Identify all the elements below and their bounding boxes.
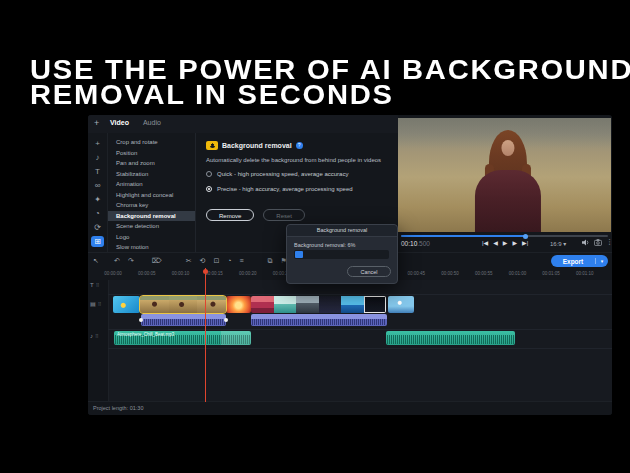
ruler-timestamp: 00:00:50 <box>441 271 459 276</box>
background-removal-icon <box>206 141 218 150</box>
clip-thumbnail <box>296 296 319 313</box>
clip-speed-icon[interactable]: ◔ <box>227 256 231 266</box>
clip-thumbnail <box>319 296 342 313</box>
video-clip-selected[interactable] <box>140 296 226 313</box>
radio-icon[interactable] <box>206 171 212 177</box>
next-clip-button[interactable]: ▶| <box>522 239 528 246</box>
clip-thumbnail <box>341 296 364 313</box>
step-back-button[interactable]: ◀ <box>493 239 498 246</box>
woman-coat <box>474 170 540 232</box>
copy-icon[interactable]: ⧉ <box>268 256 273 266</box>
seek-bar[interactable] <box>401 235 608 237</box>
clip-thumbnail <box>140 296 169 313</box>
audio-icon[interactable]: ♪ <box>91 152 104 163</box>
track-header-titles[interactable]: T⠿ <box>90 282 99 288</box>
cancel-button[interactable]: Cancel <box>347 266 391 277</box>
sidebar-item-animation[interactable]: Animation <box>108 179 195 190</box>
waveform <box>252 319 386 325</box>
undo-icon[interactable]: ↶ <box>114 256 120 266</box>
sidebar-item-scene-detection[interactable]: Scene detection <box>108 221 195 232</box>
aspect-ratio-select[interactable]: 16:9 ▾ <box>550 240 566 247</box>
radio-option[interactable]: Quick - high processing speed, average a… <box>206 171 353 177</box>
track-drag-handle-icon[interactable]: ⠿ <box>96 282 100 288</box>
more-options-icon[interactable]: ⋮ <box>606 238 612 246</box>
panel-title: Background removal <box>222 142 292 149</box>
redo-icon[interactable]: ↷ <box>128 256 134 266</box>
volume-icon[interactable] <box>582 239 590 246</box>
seek-handle[interactable] <box>523 234 528 239</box>
dialog-title[interactable]: Background removal <box>287 225 397 237</box>
radio-label: Precise - high accuracy, average process… <box>217 186 353 192</box>
clip-thumbnail <box>251 296 274 313</box>
track-drag-handle-icon[interactable]: ⠿ <box>95 333 99 339</box>
properties-icon[interactable]: ≡ <box>240 256 244 266</box>
speed-icon[interactable]: ◔ <box>91 208 104 219</box>
export-button[interactable]: Export ▾ <box>551 255 608 267</box>
radio-icon[interactable] <box>206 186 212 192</box>
titles-icon[interactable]: T <box>91 166 104 177</box>
crop-icon[interactable]: ⊡ <box>213 256 219 266</box>
add-panel-icon[interactable]: + <box>94 118 99 128</box>
reset-button[interactable]: Reset <box>263 209 305 221</box>
tool-strip: +♪T∞✦◔⟳⊞ <box>88 133 108 255</box>
sidebar-item-background-removal[interactable]: Background removal <box>108 211 195 222</box>
ruler-timestamp: 00:00:55 <box>475 271 493 276</box>
panel-header: Background removal ? <box>206 141 303 150</box>
trim-handle-right[interactable] <box>224 318 228 322</box>
step-forward-button[interactable]: ▶ <box>512 239 517 246</box>
sidebar-item-position[interactable]: Position <box>108 148 195 159</box>
sidebar-item-slow-motion[interactable]: Slow motion <box>108 242 195 253</box>
more-tools-icon[interactable]: ⟳ <box>91 222 104 233</box>
play-button[interactable]: ▶ <box>503 239 508 246</box>
trim-handle-left[interactable] <box>139 318 143 322</box>
transitions-icon[interactable]: ∞ <box>91 180 104 191</box>
stage: USE THE POWER OF AI BACKGROUNDREMOVAL IN… <box>0 0 630 473</box>
background-removal-dialog: Background removal Background removal: 6… <box>286 224 398 284</box>
sidebar-item-pan-and-zoom[interactable]: Pan and zoom <box>108 158 195 169</box>
remove-button[interactable]: Remove <box>206 209 254 221</box>
track-header-audio[interactable]: ♪⠿ <box>90 333 99 339</box>
split-scissors-icon[interactable]: ✂ <box>186 256 192 266</box>
linked-audio-strip[interactable] <box>141 314 226 326</box>
delete-icon[interactable]: ⌦ <box>152 256 162 266</box>
track-drag-handle-icon[interactable]: ⠿ <box>98 301 102 307</box>
waveform <box>142 319 225 325</box>
sidebar-item-chroma-key[interactable]: Chroma key <box>108 200 195 211</box>
audio-clip[interactable] <box>386 331 515 345</box>
playhead[interactable] <box>205 268 206 402</box>
audio-clip[interactable]: Atmosphere_Chill_Beat.mp3 <box>114 331 251 345</box>
track-type-icon: ▤ <box>90 300 96 307</box>
linked-audio-strip[interactable] <box>251 314 387 326</box>
video-clip[interactable] <box>113 296 140 313</box>
video-clip[interactable] <box>226 296 251 313</box>
tab-audio[interactable]: Audio <box>143 119 161 126</box>
ruler-timestamp: 00:00:00 <box>104 271 122 276</box>
pointer-tool-icon[interactable]: ↖ <box>93 257 99 265</box>
background-removal-tool-icon[interactable]: ⊞ <box>91 236 104 247</box>
rotate-icon[interactable]: ⟲ <box>200 256 206 266</box>
sidebar-item-highlight-and-conceal[interactable]: Highlight and conceal <box>108 190 195 201</box>
radio-option[interactable]: Precise - high accuracy, average process… <box>206 186 353 192</box>
video-clip[interactable] <box>388 296 414 313</box>
help-info-icon[interactable]: ? <box>296 142 303 149</box>
track-header-video[interactable]: ▤⠿ <box>90 300 101 307</box>
sidebar-item-stabilization[interactable]: Stabilization <box>108 169 195 180</box>
clip-thumbnail <box>169 296 198 313</box>
panel-description: Automatically delete the background from… <box>206 157 381 163</box>
ruler-timestamp: 00:01:05 <box>542 271 560 276</box>
project-length-label: Project length: 01:30 <box>93 405 143 411</box>
ruler-timestamp: 00:01:10 <box>576 271 594 276</box>
lane-divider <box>108 294 612 295</box>
prev-clip-button[interactable]: |◀ <box>482 239 488 246</box>
snapshot-camera-icon[interactable] <box>594 239 602 246</box>
edit-tools: ↶↷⌦✂⟲⊡◔≡⧉⚑ <box>114 256 287 266</box>
video-clip[interactable] <box>251 296 386 313</box>
tab-video[interactable]: Video <box>110 119 129 126</box>
import-icon[interactable]: + <box>91 138 104 149</box>
ruler-timestamp: 00:00:05 <box>138 271 156 276</box>
effects-icon[interactable]: ✦ <box>91 194 104 205</box>
export-caret-icon[interactable]: ▾ <box>595 258 608 264</box>
sidebar-item-logo[interactable]: Logo <box>108 232 195 243</box>
sidebar-item-crop-and-rotate[interactable]: Crop and rotate <box>108 137 195 148</box>
panel-buttons: Remove Reset <box>206 209 305 221</box>
